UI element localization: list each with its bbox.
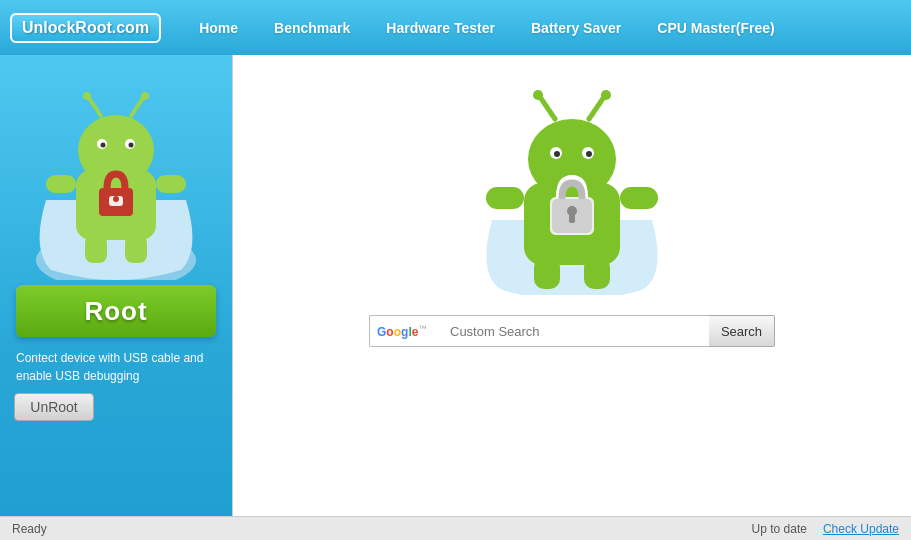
header: UnlockRoot.com Home Benchmark Hardware T…: [0, 0, 911, 55]
search-input[interactable]: [369, 315, 709, 347]
content-mascot: [462, 75, 682, 295]
connect-text: Contect device with USB cable and enable…: [16, 349, 216, 385]
nav-cpu-master[interactable]: CPU Master(Free): [639, 20, 792, 36]
svg-point-10: [141, 92, 149, 100]
sidebar-mascot: [16, 65, 216, 285]
svg-line-26: [589, 97, 604, 119]
search-area: Google™ Search: [369, 315, 775, 347]
svg-rect-36: [569, 213, 575, 223]
content-area: Google™ Search: [232, 55, 911, 540]
logo-box[interactable]: UnlockRoot.com: [10, 13, 161, 43]
svg-rect-14: [125, 235, 147, 263]
svg-rect-11: [46, 175, 76, 193]
svg-point-23: [586, 151, 592, 157]
uptodate-text: Up to date: [752, 522, 807, 536]
svg-point-22: [554, 151, 560, 157]
svg-point-8: [83, 92, 91, 100]
svg-point-19: [528, 119, 616, 199]
svg-line-7: [89, 98, 101, 116]
svg-line-24: [540, 97, 555, 119]
svg-rect-30: [534, 257, 560, 289]
nav-hardware-tester[interactable]: Hardware Tester: [368, 20, 513, 36]
svg-point-6: [129, 143, 134, 148]
unroot-button[interactable]: UnRoot: [14, 393, 94, 421]
nav-home[interactable]: Home: [181, 20, 256, 36]
sidebar: Root Contect device with USB cable and e…: [0, 55, 232, 540]
nav-battery-saver[interactable]: Battery Saver: [513, 20, 639, 36]
main-layout: Root Contect device with USB cable and e…: [0, 55, 911, 540]
svg-rect-13: [85, 235, 107, 263]
svg-rect-28: [486, 187, 524, 209]
svg-rect-29: [620, 187, 658, 209]
svg-point-25: [533, 90, 543, 100]
search-button[interactable]: Search: [709, 315, 775, 347]
status-text: Ready: [12, 522, 47, 536]
svg-rect-12: [156, 175, 186, 193]
nav-benchmark[interactable]: Benchmark: [256, 20, 368, 36]
root-button[interactable]: Root: [16, 285, 216, 337]
status-right: Up to date Check Update: [752, 522, 899, 536]
status-bar: Ready Up to date Check Update: [0, 516, 911, 540]
check-update-link[interactable]: Check Update: [823, 522, 899, 536]
svg-rect-31: [584, 257, 610, 289]
svg-point-17: [113, 196, 119, 202]
svg-line-9: [131, 98, 143, 116]
nav-bar: Home Benchmark Hardware Tester Battery S…: [181, 20, 793, 36]
svg-point-27: [601, 90, 611, 100]
logo-text: UnlockRoot.com: [22, 19, 149, 36]
svg-point-5: [101, 143, 106, 148]
